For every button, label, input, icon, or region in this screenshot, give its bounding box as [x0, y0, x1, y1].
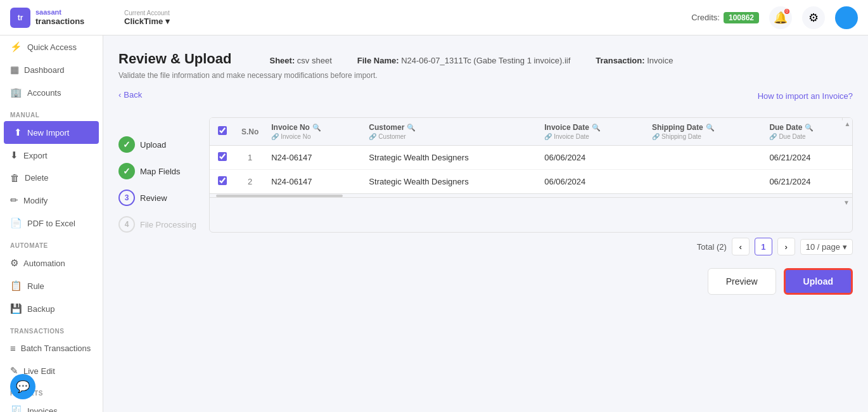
transactions-section-label: TRANSACTIONS	[0, 320, 103, 337]
sidebar-item-rule[interactable]: 📋 Rule	[0, 274, 103, 297]
row-2-checkbox[interactable]	[218, 176, 227, 185]
header-right: Credits: 100862 🔔 0 ⚙	[691, 6, 858, 29]
select-all-checkbox[interactable]	[218, 126, 227, 135]
invoices-icon: 🧾	[10, 405, 22, 412]
logo: tr saasant transactions	[10, 8, 112, 28]
sidebar-item-accounts[interactable]: 🏢 Accounts	[0, 81, 103, 104]
link-icon-4: 🔗	[652, 133, 660, 140]
rule-icon: 📋	[10, 280, 22, 292]
step-3-label: Review	[140, 193, 167, 203]
th-customer: Customer 🔍 🔗 Customer	[362, 118, 538, 146]
table-scroll-down[interactable]: ▼	[210, 197, 852, 207]
user-avatar[interactable]	[835, 6, 858, 29]
page-meta: Sheet: csv sheet File Name: N24-06-07_13…	[269, 56, 673, 65]
sidebar-item-quick-access[interactable]: ⚡ Quick Access	[0, 35, 103, 58]
step-4-circle: 4	[118, 216, 135, 233]
row-1-customer: Strategic Wealth Designers	[362, 146, 538, 170]
th-select-all[interactable]	[210, 118, 235, 146]
main-content: Review & Upload Sheet: csv sheet File Na…	[103, 35, 868, 412]
row-2-due-date: 06/21/2024	[763, 170, 852, 194]
step-4-label: File Processing	[140, 220, 196, 229]
how-to-link[interactable]: How to import an Invoice?	[758, 91, 853, 101]
transaction-meta: Transaction: Invoice	[596, 56, 673, 65]
due-date-search-icon[interactable]: 🔍	[805, 124, 814, 132]
sidebar: ⚡ Quick Access ▦ Dashboard 🏢 Accounts MA…	[0, 35, 103, 412]
prev-page-button[interactable]: ‹	[732, 238, 750, 255]
pagination: Total (2) ‹ 1 › 10 / page ▾	[118, 238, 853, 255]
manual-section-label: MANUAL	[0, 104, 103, 121]
how-to-link-container: How to import an Invoice?	[758, 91, 853, 101]
upload-button[interactable]: Upload	[784, 268, 853, 295]
row-1-shipping-date	[646, 146, 763, 170]
export-icon: ⬇	[10, 150, 18, 161]
step-3-circle: 3	[118, 190, 135, 206]
sidebar-item-new-import[interactable]: ⬆ New Import	[4, 121, 99, 144]
credits-display: Credits: 100862	[691, 12, 759, 23]
quick-access-icon: ⚡	[10, 41, 22, 53]
new-import-icon: ⬆	[14, 127, 22, 138]
modify-icon: ✏	[10, 195, 18, 206]
table-scroll-up[interactable]: ▲	[842, 118, 852, 120]
preview-button[interactable]: Preview	[708, 268, 776, 295]
step-review: 3 Review	[118, 190, 196, 206]
per-page-chevron-icon: ▾	[843, 242, 847, 252]
current-page: 1	[755, 238, 772, 255]
gear-icon: ⚙	[808, 11, 819, 25]
total-count: Total (2)	[697, 242, 727, 252]
sidebar-item-modify[interactable]: ✏ Modify	[0, 189, 103, 212]
next-page-button[interactable]: ›	[777, 238, 795, 255]
link-icon-2: 🔗	[369, 133, 376, 140]
row-1-checkbox[interactable]	[218, 152, 227, 161]
sidebar-item-export[interactable]: ⬇ Export	[0, 144, 103, 167]
table-row: 1 N24-06147 Strategic Wealth Designers 0…	[210, 146, 852, 170]
chat-widget-button[interactable]: 💬	[10, 374, 35, 399]
logo-icon: tr	[10, 8, 30, 28]
notification-badge: 0	[784, 9, 789, 14]
delete-icon: 🗑	[10, 172, 20, 183]
row-2-invoice-date: 06/06/2024	[538, 170, 646, 194]
step-file-processing: 4 File Processing	[118, 216, 196, 233]
step-map-fields: ✓ Map Fields	[118, 163, 196, 179]
step-upload: ✓ Upload	[118, 136, 196, 153]
file-name-meta: File Name: N24-06-07_1311Tc (Gabe Testin…	[357, 56, 571, 65]
step-2-circle: ✓	[118, 163, 135, 179]
customer-search-icon[interactable]: 🔍	[407, 124, 416, 132]
sidebar-item-backup[interactable]: 💾 Backup	[0, 297, 103, 320]
sidebar-item-delete[interactable]: 🗑 Delete	[0, 167, 103, 189]
stepper: ✓ Upload ✓ Map Fields 3 Review 4 File Pr…	[118, 117, 196, 233]
pdf-icon: 📄	[10, 217, 22, 229]
app-header: tr saasant transactions Current Account …	[0, 0, 868, 35]
per-page-selector[interactable]: 10 / page ▾	[800, 239, 853, 255]
sidebar-item-dashboard[interactable]: ▦ Dashboard	[0, 58, 103, 81]
link-icon-5: 🔗	[769, 133, 777, 140]
automate-section-label: AUTOMATE	[0, 235, 103, 252]
sidebar-item-invoices[interactable]: 🧾 Invoices	[0, 399, 103, 412]
invoice-date-search-icon[interactable]: 🔍	[592, 124, 601, 132]
chevron-down-icon: ▾	[165, 16, 170, 26]
sidebar-item-batch-transactions[interactable]: ≡ Batch Transactions	[0, 337, 103, 359]
row-1-invoice-date: 06/06/2024	[538, 146, 646, 170]
table-section: ✓ Upload ✓ Map Fields 3 Review 4 File Pr…	[118, 117, 853, 233]
settings-button[interactable]: ⚙	[802, 6, 825, 29]
row-1-sno: 1	[235, 146, 265, 170]
row-2-shipping-date	[646, 170, 763, 194]
chat-icon: 💬	[16, 380, 30, 394]
shipping-date-search-icon[interactable]: 🔍	[706, 124, 715, 132]
step-2-label: Map Fields	[140, 167, 181, 176]
invoice-no-search-icon[interactable]: 🔍	[312, 124, 321, 132]
sidebar-item-automation[interactable]: ⚙ Automation	[0, 252, 103, 274]
back-button[interactable]: ‹ Back	[118, 90, 142, 100]
notifications-button[interactable]: 🔔 0	[769, 6, 792, 29]
row-2-invoice-no: N24-06147	[265, 170, 362, 194]
link-icon: 🔗	[271, 133, 279, 140]
review-table: S.No Invoice No 🔍 🔗 Invoice	[210, 118, 852, 193]
account-name-selector[interactable]: ClickTime ▾	[124, 16, 170, 26]
table-header-row: S.No Invoice No 🔍 🔗 Invoice	[210, 118, 852, 146]
table-scroll-area[interactable]: S.No Invoice No 🔍 🔗 Invoice	[210, 118, 852, 193]
th-due-date: Due Date 🔍 🔗 Due Date	[763, 118, 852, 146]
row-2-sno: 2	[235, 170, 265, 194]
sidebar-item-pdf-to-excel[interactable]: 📄 PDF to Excel	[0, 212, 103, 235]
th-invoice-no: Invoice No 🔍 🔗 Invoice No	[265, 118, 362, 146]
accounts-icon: 🏢	[10, 87, 22, 98]
batch-icon: ≡	[10, 343, 16, 354]
